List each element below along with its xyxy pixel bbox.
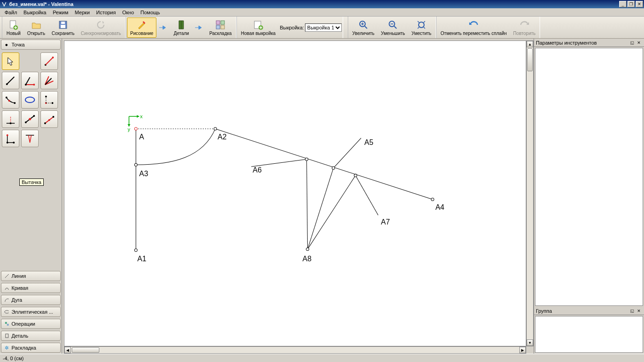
curve-icon [4,286,9,290]
svg-rect-54 [5,322,7,324]
section-layout[interactable]: ✲Раскладка [1,343,61,353]
tool-curve-point[interactable] [21,91,39,109]
svg-text:A3: A3 [139,169,148,178]
draw-mode-button[interactable]: Рисование [127,17,156,38]
svg-point-26 [6,97,7,98]
svg-rect-56 [6,334,8,338]
group-panel-title: Группа [536,308,628,314]
arrow-icon2 [192,24,206,31]
panel-float-icon[interactable]: ◱ [629,40,635,46]
svg-point-47 [6,142,8,144]
drawing-canvas[interactable]: x y [64,40,526,346]
tool-intersection[interactable] [40,91,58,109]
layout-mode-button[interactable]: Раскладка [206,17,235,38]
panel-float-icon2[interactable]: ◱ [629,308,635,314]
tool-line-angle[interactable] [2,72,19,89]
status-coords: -4, 0 (см) [3,356,23,361]
scroll-down-icon[interactable]: ▼ [527,339,533,346]
tool-normal[interactable] [40,110,58,128]
svg-text:A4: A4 [435,203,444,211]
section-operations[interactable]: Операции [1,319,61,329]
tool-dart[interactable] [21,130,39,147]
svg-rect-7 [216,25,220,29]
close-button[interactable]: ✕ [636,1,643,7]
group-panel-header: Группа ◱ ✕ [534,307,644,315]
svg-text:A: A [139,132,144,141]
tool-perpendicular[interactable] [2,110,19,128]
svg-rect-5 [216,21,220,24]
scroll-thumb-v[interactable] [527,48,533,71]
new-icon [9,19,18,30]
new-pattern-button[interactable]: Новая выкройка [238,17,279,38]
details-mode-button[interactable]: Детали [170,17,192,38]
maximize-button[interactable]: ❐ [627,1,635,7]
svg-point-72 [134,249,137,252]
tool-line-endpoint[interactable] [40,52,58,70]
section-arc[interactable]: Дуга [1,295,61,305]
svg-point-76 [305,158,308,161]
zoom-in-button[interactable]: Увеличить [349,17,378,38]
menu-window[interactable]: Окно [120,9,137,16]
menu-mode[interactable]: Режим [50,9,71,16]
svg-point-27 [14,102,16,104]
menu-help[interactable]: Помощь [138,9,163,16]
svg-point-41 [33,115,35,117]
svg-point-28 [8,100,10,102]
open-button[interactable]: Открыть [24,17,48,38]
minimize-button[interactable]: _ [619,1,627,7]
pattern-select[interactable]: Выкройка 1 [305,23,342,32]
svg-point-78 [354,174,357,177]
ops-icon [4,322,9,326]
tool-point-on-line[interactable] [21,110,39,128]
vertical-scrollbar[interactable]: ▲ ▼ [526,40,534,346]
menu-pattern[interactable]: Выкройка [21,9,49,16]
pattern-label: Выкройка: [280,25,304,30]
scroll-thumb-h[interactable] [72,347,99,353]
svg-point-22 [33,84,35,86]
menu-history[interactable]: История [93,9,119,16]
svg-text:A2: A2 [218,132,227,141]
panel-close-icon[interactable]: ✕ [636,40,642,46]
svg-point-37 [10,122,12,124]
svg-text:A6: A6 [253,166,262,174]
scroll-left-icon[interactable]: ◀ [64,347,71,353]
arrow-icon [156,24,170,31]
section-detail[interactable]: Деталь [1,331,61,341]
svg-point-40 [25,121,27,123]
menu-measurements[interactable]: Мерки [72,9,92,16]
section-elliptic[interactable]: Эллиптическая ... [1,307,61,317]
svg-text:A8: A8 [303,254,312,263]
svg-line-69 [308,168,334,249]
menu-file[interactable]: Файл [2,9,20,16]
panel-close-icon2[interactable]: ✕ [636,308,642,314]
zoom-out-button[interactable]: Уменьшить [378,17,408,38]
sync-button[interactable]: Синхронизировать [78,17,124,38]
save-icon [58,19,68,30]
save-button[interactable]: Сохранить [48,17,78,38]
zoom-fit-button[interactable]: Уместить [408,17,435,38]
params-panel-title: Параметры инструментов [536,40,628,46]
scroll-right-icon[interactable]: ▶ [519,347,526,353]
section-point[interactable]: ● Точка [1,40,61,50]
titlebar: без_имени.val* - Valentina _ ❐ ✕ [0,0,644,8]
undo-button[interactable]: Отменить переместить сплайн [437,17,510,38]
svg-point-46 [6,134,8,136]
section-curve[interactable]: Кривая [1,283,61,293]
undo-icon [468,19,479,30]
tool-along-line[interactable] [21,72,39,89]
tool-bisector[interactable] [40,72,58,89]
horizontal-scrollbar[interactable]: ◀ ▶ [64,346,526,354]
group-panel-body [535,316,643,353]
section-line[interactable]: Линия [1,271,61,281]
ellipse-icon [4,310,9,314]
tool-shoulder[interactable] [2,91,19,109]
scroll-up-icon[interactable]: ▲ [527,41,533,47]
zoom-fit-icon [416,19,426,30]
redo-button[interactable]: Повторить [510,17,539,38]
tool-pointer[interactable] [2,52,19,70]
svg-rect-55 [7,324,9,326]
new-button[interactable]: Новый [3,17,24,38]
tool-triangle[interactable] [2,130,19,147]
svg-line-70 [308,175,356,249]
svg-line-66 [334,138,361,168]
